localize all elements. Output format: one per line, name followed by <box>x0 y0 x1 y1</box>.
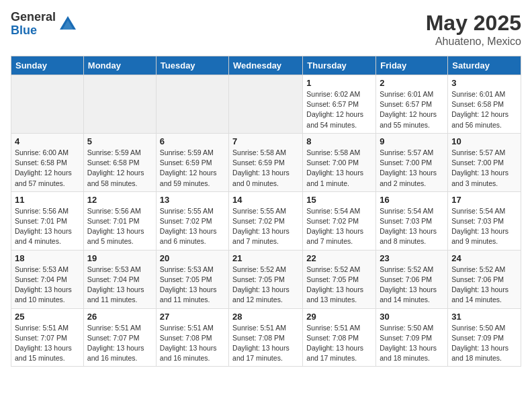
day-detail: Sunrise: 5:53 AM Sunset: 7:04 PM Dayligh… <box>87 265 152 306</box>
day-number: 4 <box>15 136 80 146</box>
day-detail: Sunrise: 5:54 AM Sunset: 7:03 PM Dayligh… <box>451 206 517 247</box>
calendar-cell: 7Sunrise: 5:58 AM Sunset: 6:59 PM Daylig… <box>229 133 303 191</box>
day-detail: Sunrise: 5:53 AM Sunset: 7:05 PM Dayligh… <box>160 265 225 306</box>
day-number: 17 <box>451 195 517 205</box>
weekday-header-tuesday: Tuesday <box>156 56 228 75</box>
day-detail: Sunrise: 5:56 AM Sunset: 7:01 PM Dayligh… <box>15 206 80 247</box>
day-number: 11 <box>15 195 80 205</box>
day-detail: Sunrise: 5:52 AM Sunset: 7:06 PM Dayligh… <box>451 265 517 306</box>
day-detail: Sunrise: 5:58 AM Sunset: 7:00 PM Dayligh… <box>306 148 372 189</box>
day-detail: Sunrise: 5:58 AM Sunset: 6:59 PM Dayligh… <box>232 148 299 189</box>
day-detail: Sunrise: 5:52 AM Sunset: 7:06 PM Dayligh… <box>380 265 444 306</box>
day-number: 18 <box>15 253 80 263</box>
day-number: 25 <box>15 312 80 322</box>
day-number: 22 <box>306 253 372 263</box>
weekday-header-monday: Monday <box>83 56 156 75</box>
day-detail: Sunrise: 5:59 AM Sunset: 6:59 PM Dayligh… <box>160 148 225 189</box>
day-detail: Sunrise: 5:55 AM Sunset: 7:02 PM Dayligh… <box>232 206 299 247</box>
day-detail: Sunrise: 5:54 AM Sunset: 7:03 PM Dayligh… <box>380 206 444 247</box>
day-number: 6 <box>160 136 225 146</box>
day-number: 7 <box>232 136 299 146</box>
weekday-header-wednesday: Wednesday <box>229 56 303 75</box>
calendar-cell: 4Sunrise: 6:00 AM Sunset: 6:58 PM Daylig… <box>11 133 84 191</box>
calendar-cell: 12Sunrise: 5:56 AM Sunset: 7:01 PM Dayli… <box>83 191 156 250</box>
page-header: General Blue May 2025 Ahuateno, Mexico <box>11 11 521 48</box>
calendar-cell: 27Sunrise: 5:51 AM Sunset: 7:08 PM Dayli… <box>156 308 228 367</box>
calendar-cell: 21Sunrise: 5:52 AM Sunset: 7:05 PM Dayli… <box>229 250 303 308</box>
day-number: 14 <box>232 195 299 205</box>
day-detail: Sunrise: 5:51 AM Sunset: 7:07 PM Dayligh… <box>15 323 80 364</box>
day-detail: Sunrise: 5:50 AM Sunset: 7:09 PM Dayligh… <box>380 323 444 364</box>
calendar-cell: 30Sunrise: 5:50 AM Sunset: 7:09 PM Dayli… <box>376 308 448 367</box>
calendar-cell: 13Sunrise: 5:55 AM Sunset: 7:02 PM Dayli… <box>156 191 228 250</box>
subtitle: Ahuateno, Mexico <box>426 36 521 48</box>
calendar-cell: 28Sunrise: 5:51 AM Sunset: 7:08 PM Dayli… <box>229 308 303 367</box>
title-block: May 2025 Ahuateno, Mexico <box>426 11 521 48</box>
calendar-cell: 23Sunrise: 5:52 AM Sunset: 7:06 PM Dayli… <box>376 250 448 308</box>
logo-general: General <box>11 11 56 24</box>
day-number: 29 <box>306 312 372 322</box>
day-number: 26 <box>87 312 152 322</box>
day-number: 9 <box>380 136 444 146</box>
logo: General Blue <box>11 11 77 38</box>
day-number: 12 <box>87 195 152 205</box>
day-number: 23 <box>380 253 444 263</box>
day-detail: Sunrise: 5:59 AM Sunset: 6:58 PM Dayligh… <box>87 148 152 189</box>
day-detail: Sunrise: 5:54 AM Sunset: 7:02 PM Dayligh… <box>306 206 372 247</box>
week-row-1: 1Sunrise: 6:02 AM Sunset: 6:57 PM Daylig… <box>11 75 521 134</box>
day-detail: Sunrise: 5:57 AM Sunset: 7:00 PM Dayligh… <box>380 148 444 189</box>
calendar-cell: 15Sunrise: 5:54 AM Sunset: 7:02 PM Dayli… <box>303 191 376 250</box>
calendar-cell: 11Sunrise: 5:56 AM Sunset: 7:01 PM Dayli… <box>11 191 84 250</box>
calendar-cell: 22Sunrise: 5:52 AM Sunset: 7:05 PM Dayli… <box>303 250 376 308</box>
calendar-cell <box>229 75 303 134</box>
weekday-header-saturday: Saturday <box>448 56 521 75</box>
logo-icon <box>58 15 77 34</box>
week-row-3: 11Sunrise: 5:56 AM Sunset: 7:01 PM Dayli… <box>11 191 521 250</box>
day-detail: Sunrise: 5:55 AM Sunset: 7:02 PM Dayligh… <box>160 206 225 247</box>
day-detail: Sunrise: 5:56 AM Sunset: 7:01 PM Dayligh… <box>87 206 152 247</box>
day-number: 5 <box>87 136 152 146</box>
day-detail: Sunrise: 6:02 AM Sunset: 6:57 PM Dayligh… <box>306 89 372 130</box>
day-detail: Sunrise: 5:53 AM Sunset: 7:04 PM Dayligh… <box>15 265 80 306</box>
calendar-cell: 5Sunrise: 5:59 AM Sunset: 6:58 PM Daylig… <box>83 133 156 191</box>
calendar-cell <box>83 75 156 134</box>
day-detail: Sunrise: 5:51 AM Sunset: 7:07 PM Dayligh… <box>87 323 152 364</box>
calendar-cell: 8Sunrise: 5:58 AM Sunset: 7:00 PM Daylig… <box>303 133 376 191</box>
day-number: 3 <box>451 78 517 88</box>
day-number: 19 <box>87 253 152 263</box>
day-number: 31 <box>451 312 517 322</box>
day-number: 8 <box>306 136 372 146</box>
main-title: May 2025 <box>426 11 521 36</box>
day-detail: Sunrise: 6:00 AM Sunset: 6:58 PM Dayligh… <box>15 148 80 189</box>
weekday-header-thursday: Thursday <box>303 56 376 75</box>
calendar-cell: 2Sunrise: 6:01 AM Sunset: 6:57 PM Daylig… <box>376 75 448 134</box>
calendar-cell: 18Sunrise: 5:53 AM Sunset: 7:04 PM Dayli… <box>11 250 84 308</box>
day-number: 13 <box>160 195 225 205</box>
day-detail: Sunrise: 5:51 AM Sunset: 7:08 PM Dayligh… <box>232 323 299 364</box>
weekday-header-row: SundayMondayTuesdayWednesdayThursdayFrid… <box>11 56 521 75</box>
day-detail: Sunrise: 6:01 AM Sunset: 6:58 PM Dayligh… <box>451 89 517 130</box>
calendar-cell: 19Sunrise: 5:53 AM Sunset: 7:04 PM Dayli… <box>83 250 156 308</box>
calendar-cell: 1Sunrise: 6:02 AM Sunset: 6:57 PM Daylig… <box>303 75 376 134</box>
calendar-cell: 17Sunrise: 5:54 AM Sunset: 7:03 PM Dayli… <box>448 191 521 250</box>
calendar-cell <box>11 75 84 134</box>
day-detail: Sunrise: 5:51 AM Sunset: 7:08 PM Dayligh… <box>160 323 225 364</box>
day-number: 27 <box>160 312 225 322</box>
day-number: 10 <box>451 136 517 146</box>
calendar-cell: 25Sunrise: 5:51 AM Sunset: 7:07 PM Dayli… <box>11 308 84 367</box>
day-number: 30 <box>380 312 444 322</box>
day-number: 1 <box>306 78 372 88</box>
calendar-cell <box>156 75 228 134</box>
weekday-header-sunday: Sunday <box>11 56 84 75</box>
day-number: 21 <box>232 253 299 263</box>
day-number: 28 <box>232 312 299 322</box>
day-detail: Sunrise: 5:52 AM Sunset: 7:05 PM Dayligh… <box>232 265 299 306</box>
week-row-2: 4Sunrise: 6:00 AM Sunset: 6:58 PM Daylig… <box>11 133 521 191</box>
day-detail: Sunrise: 5:52 AM Sunset: 7:05 PM Dayligh… <box>306 265 372 306</box>
calendar-cell: 6Sunrise: 5:59 AM Sunset: 6:59 PM Daylig… <box>156 133 228 191</box>
calendar-table: SundayMondayTuesdayWednesdayThursdayFrid… <box>11 56 521 367</box>
calendar-cell: 10Sunrise: 5:57 AM Sunset: 7:00 PM Dayli… <box>448 133 521 191</box>
calendar-cell: 16Sunrise: 5:54 AM Sunset: 7:03 PM Dayli… <box>376 191 448 250</box>
day-detail: Sunrise: 6:01 AM Sunset: 6:57 PM Dayligh… <box>380 89 444 130</box>
day-number: 2 <box>380 78 444 88</box>
